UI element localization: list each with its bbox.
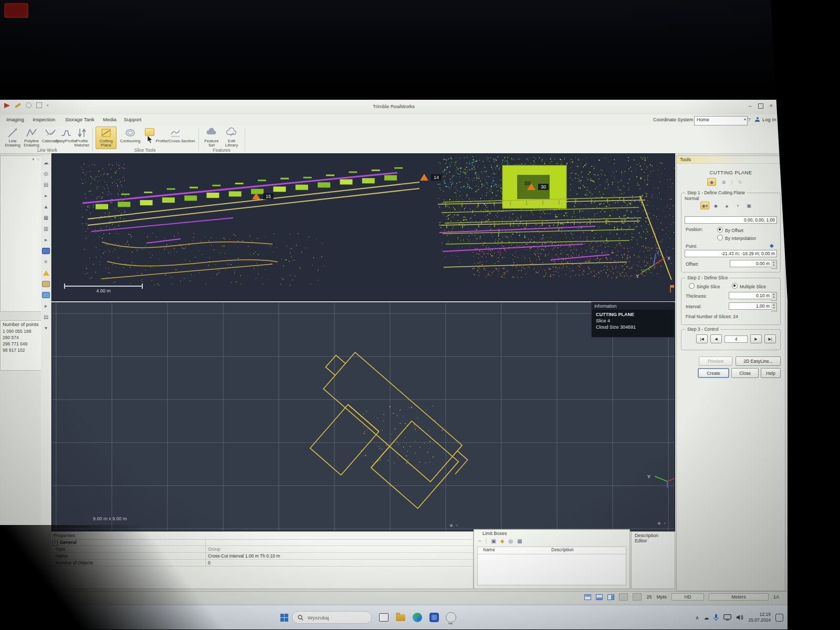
slice-tool-mini-button[interactable] (145, 128, 154, 136)
rows-icon[interactable]: ▥ (42, 225, 50, 233)
onedrive-icon[interactable]: ☁ (704, 615, 709, 621)
list-icon[interactable]: ≡ (42, 258, 50, 266)
next-slice-button[interactable]: ▶ (750, 334, 762, 343)
normal-pick-icon[interactable]: ◆ (711, 202, 720, 209)
tab-media[interactable]: Media (103, 117, 117, 122)
login-button[interactable]: Log In (762, 117, 776, 122)
interval-input[interactable] (729, 302, 772, 310)
profile-matcher-button[interactable]: Profile Matcher (72, 127, 91, 148)
help-icon[interactable]: ? (748, 117, 750, 122)
layout-single-icon[interactable] (584, 594, 591, 600)
layout-split-v-icon[interactable] (607, 594, 614, 600)
close-button[interactable]: Close (731, 368, 759, 378)
search-input[interactable] (307, 614, 361, 621)
taskbar-search[interactable] (292, 611, 372, 624)
offset-input[interactable] (730, 260, 772, 267)
lock-icon[interactable]: ▣ (491, 538, 496, 544)
thickness-spinner[interactable]: ▲▼ (771, 292, 777, 301)
close-icon[interactable]: × (456, 523, 458, 528)
status-quality[interactable]: HD (671, 593, 704, 601)
last-slice-button[interactable]: ▶| (764, 334, 776, 343)
detach-icon[interactable]: ◉ (449, 523, 453, 528)
normal-axis-icon[interactable]: ◆▾ (700, 202, 709, 209)
toggle-icon[interactable] (633, 593, 642, 601)
collapse-icon[interactable]: − (52, 541, 58, 546)
create-button[interactable]: Create (698, 368, 729, 378)
single-slice-radio[interactable]: Single Slice (689, 283, 720, 289)
coordinate-system-select[interactable]: Home ▾ (694, 116, 748, 125)
disable-plane-icon[interactable]: ⊘ (719, 178, 728, 186)
limit-box-tool-icon[interactable] (42, 291, 50, 299)
help-button[interactable]: Help (761, 368, 781, 378)
render-mode-icon[interactable]: ☁ (42, 159, 50, 166)
file-explorer-icon[interactable] (394, 611, 407, 624)
layout-split-h-icon[interactable] (596, 594, 603, 600)
detach-icon[interactable]: ○ (37, 157, 39, 162)
sand-tool-icon[interactable] (42, 280, 50, 288)
tab-inspection[interactable]: Inspection (33, 117, 55, 122)
close-icon[interactable]: × (664, 521, 666, 526)
2d-view-bottom[interactable]: X Y 9.00 m x 9.00 m (51, 302, 675, 531)
easyline-button[interactable]: 2D EasyLine... (736, 356, 781, 366)
edit-library-button[interactable]: Edit Library (223, 127, 240, 148)
property-row-name[interactable]: NameCross-Cut Interval 1.00 m Th 0.10 m (50, 553, 473, 560)
line-drawing-button[interactable]: Line Drawing (3, 127, 22, 148)
profile-cross-section-button[interactable]: Profile/Cross-Section (155, 127, 195, 143)
microphone-icon[interactable] (713, 614, 719, 621)
folder-icon[interactable]: ◆ (500, 538, 505, 544)
station-view-icon[interactable] (42, 247, 50, 255)
chevron-up-icon[interactable]: ∧ (695, 615, 699, 621)
3d-view-top[interactable]: X Y Z 14 15 30 4.00 m (51, 153, 675, 301)
pin-icon[interactable]: ▾ (32, 157, 34, 162)
status-units[interactable]: Meters (709, 593, 769, 601)
point-input[interactable] (685, 250, 777, 257)
property-row-general[interactable]: −General (50, 539, 473, 546)
first-slice-button[interactable]: |◀ (696, 334, 708, 343)
reset-plane-icon[interactable]: ↻ (736, 178, 744, 186)
box-icon[interactable]: ▦ (517, 538, 522, 544)
task-view-icon[interactable] (377, 611, 391, 624)
cutting-plane-button[interactable]: Cutting Plane (96, 127, 117, 149)
grid-icon[interactable]: ▦ (42, 214, 50, 222)
more-icon[interactable]: ▾ (42, 324, 50, 332)
thickness-input[interactable] (729, 292, 772, 299)
photos-app-icon[interactable] (427, 611, 441, 624)
feature-set-button[interactable]: Feature Set (203, 127, 220, 148)
speaker-icon[interactable] (736, 614, 743, 621)
hand-icon[interactable]: ◎ (509, 538, 513, 544)
normal-fit-icon[interactable]: ▲ (722, 202, 731, 209)
expand-icon[interactable]: ▸ (42, 192, 50, 200)
property-row-type[interactable]: TypeGroup (50, 546, 473, 553)
maximize-button[interactable] (758, 103, 763, 109)
layers-icon[interactable]: ▤ (42, 181, 50, 188)
multiple-slice-radio[interactable]: Multiple Slice (732, 283, 766, 289)
expand-icon[interactable]: ▸ (42, 236, 50, 244)
tab-support[interactable]: Support (124, 117, 141, 122)
by-interpolation-radio[interactable]: By Interpolation (717, 235, 756, 241)
normal-cross-icon[interactable]: + (733, 202, 742, 209)
target-icon[interactable]: ◎ (42, 170, 50, 177)
contouring-button[interactable]: Contouring (119, 127, 142, 143)
tab-imaging[interactable]: Imaging (6, 117, 24, 122)
normal-screen-icon[interactable]: ▣ (744, 202, 753, 209)
current-slice-input[interactable] (724, 335, 748, 343)
annotation-marker[interactable]: 15 (252, 193, 274, 200)
annotation-marker[interactable]: 14 (420, 174, 442, 181)
start-button[interactable] (277, 611, 291, 624)
minus-icon[interactable]: − (478, 538, 481, 544)
polyline-drawing-button[interactable]: Polyline Drawing (22, 127, 41, 148)
close-button[interactable]: × (770, 102, 773, 109)
notification-icon[interactable] (775, 614, 783, 622)
annotation-marker[interactable]: 30 (527, 183, 549, 190)
detach-icon[interactable]: ◉ (657, 521, 661, 526)
edge-browser-icon[interactable] (411, 611, 424, 624)
warning-tool-icon[interactable] (42, 269, 50, 277)
expand-icon[interactable]: ▸ (42, 302, 50, 310)
minimize-button[interactable]: – (748, 102, 751, 109)
by-offset-radio[interactable]: By Offset (717, 227, 743, 233)
normal-vector-input[interactable] (685, 216, 777, 224)
pick-point-icon[interactable]: ◆ (770, 243, 774, 248)
offset-spinner[interactable]: ▲▼ (771, 260, 777, 269)
previous-slice-button[interactable]: ◀ (710, 334, 722, 343)
toggle-icon[interactable] (619, 593, 628, 601)
